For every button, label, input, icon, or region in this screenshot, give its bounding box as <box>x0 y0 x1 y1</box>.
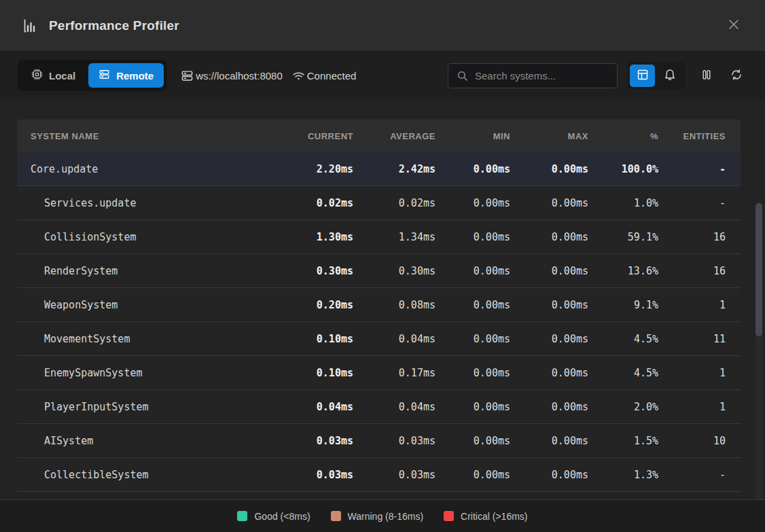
min-cell: 0.00ms <box>435 231 510 243</box>
remote-mode-button[interactable]: Remote <box>88 63 164 88</box>
system-name-cell: CollectibleSystem <box>17 469 277 481</box>
legend-label: Good (<8ms) <box>254 511 310 522</box>
current-cell: 0.10ms <box>277 333 353 345</box>
table-view-button[interactable] <box>630 65 655 87</box>
table-row[interactable]: MovementSystem0.10ms0.04ms0.00ms0.00ms4.… <box>17 322 741 356</box>
entities-cell: 1 <box>658 299 741 311</box>
mode-toggle: Local Remote <box>18 60 167 91</box>
legend-swatch <box>237 511 247 521</box>
current-cell: 2.20ms <box>277 163 353 175</box>
close-icon <box>727 18 741 33</box>
column-header-percent[interactable]: % <box>588 131 658 141</box>
search-input[interactable] <box>475 70 609 82</box>
pct-cell: 4.5% <box>588 333 658 345</box>
pct-cell: 13.6% <box>588 265 658 277</box>
column-header-min[interactable]: MIN <box>435 131 510 141</box>
pause-icon <box>700 69 713 83</box>
scrollbar-thumb[interactable] <box>755 203 762 336</box>
pct-cell: 1.3% <box>588 469 658 481</box>
entities-cell: 16 <box>658 265 741 277</box>
current-cell: 0.30ms <box>277 265 353 277</box>
average-cell: 1.34ms <box>353 231 435 243</box>
table-row[interactable]: RenderSystem0.30ms0.30ms0.00ms0.00ms13.6… <box>17 254 741 288</box>
table-row[interactable]: CollisionSystem1.30ms1.34ms0.00ms0.00ms5… <box>17 220 741 254</box>
legend-label: Warning (8-16ms) <box>348 511 424 522</box>
system-name-cell: PlayerInputSystem <box>17 401 277 413</box>
min-cell: 0.00ms <box>435 401 510 413</box>
remote-mode-label: Remote <box>116 70 154 82</box>
max-cell: 0.00ms <box>510 401 588 413</box>
max-cell: 0.00ms <box>510 367 588 379</box>
legend-label: Critical (>16ms) <box>461 511 527 522</box>
local-mode-button[interactable]: Local <box>21 63 86 88</box>
pct-cell: 2.0% <box>588 401 658 413</box>
table-row[interactable]: EnemySpawnSystem0.10ms0.17ms0.00ms0.00ms… <box>17 356 741 390</box>
bell-icon <box>664 69 676 83</box>
view-button-group <box>627 62 685 90</box>
connection-url: ws://localhost:8080 <box>181 69 283 82</box>
alerts-button[interactable] <box>657 65 682 87</box>
pct-cell: 1.0% <box>588 197 658 209</box>
connection-url-text: ws://localhost:8080 <box>196 70 283 82</box>
scrollbar-track[interactable] <box>755 202 762 532</box>
page-title: Performance Profiler <box>49 18 179 33</box>
max-cell: 0.00ms <box>510 265 588 277</box>
average-cell: 0.03ms <box>353 469 435 481</box>
system-name-cell: AISystem <box>17 435 277 447</box>
search-box <box>448 63 618 88</box>
column-header-system-name[interactable]: SYSTEM NAME <box>17 131 277 141</box>
legend-item-warning: Warning (8-16ms) <box>331 511 424 522</box>
system-name-cell: CollisionSystem <box>17 231 277 243</box>
refresh-button[interactable] <box>726 65 747 86</box>
close-button[interactable] <box>723 15 745 37</box>
min-cell: 0.00ms <box>435 333 510 345</box>
system-name-cell: Services.update <box>17 197 277 209</box>
entities-cell: 16 <box>658 231 741 243</box>
average-cell: 0.02ms <box>353 197 435 209</box>
min-cell: 0.00ms <box>435 299 510 311</box>
average-cell: 0.17ms <box>353 367 435 379</box>
column-header-entities[interactable]: ENTITIES <box>658 131 741 141</box>
profiler-content: SYSTEM NAME CURRENT AVERAGE MIN MAX % EN… <box>0 100 765 499</box>
table-row[interactable]: Core.update2.20ms2.42ms0.00ms0.00ms100.0… <box>17 152 741 186</box>
min-cell: 0.00ms <box>435 197 510 209</box>
legend-swatch <box>444 511 454 521</box>
current-cell: 0.02ms <box>277 197 353 209</box>
pause-button[interactable] <box>696 65 717 86</box>
max-cell: 0.00ms <box>510 299 588 311</box>
pct-cell: 4.5% <box>588 367 658 379</box>
system-name-cell: WeaponSystem <box>17 299 277 311</box>
average-cell: 0.04ms <box>353 401 435 413</box>
average-cell: 2.42ms <box>353 163 435 175</box>
entities-cell: - <box>658 469 741 481</box>
table-row[interactable]: AISystem0.03ms0.03ms0.00ms0.00ms1.5%10 <box>17 424 741 458</box>
pct-cell: 59.1% <box>588 231 658 243</box>
max-cell: 0.00ms <box>510 163 588 175</box>
table-row[interactable]: CollectibleSystem0.03ms0.03ms0.00ms0.00m… <box>17 458 741 492</box>
column-header-average[interactable]: AVERAGE <box>353 131 435 141</box>
search-icon <box>457 70 468 82</box>
column-header-max[interactable]: MAX <box>510 131 588 141</box>
min-cell: 0.00ms <box>435 435 510 447</box>
pct-cell: 9.1% <box>588 299 658 311</box>
max-cell: 0.00ms <box>510 469 588 481</box>
table-row[interactable]: PlayerInputSystem0.04ms0.04ms0.00ms0.00m… <box>17 390 741 424</box>
cpu-chip-icon <box>31 69 43 82</box>
entities-cell: 11 <box>658 333 741 345</box>
table-row[interactable]: WeaponSystem0.20ms0.08ms0.00ms0.00ms9.1%… <box>17 288 741 322</box>
table-view-icon <box>637 69 649 83</box>
table-row[interactable]: Services.update0.02ms0.02ms0.00ms0.00ms1… <box>17 186 741 220</box>
local-mode-label: Local <box>49 70 75 82</box>
current-cell: 0.04ms <box>277 401 353 413</box>
current-cell: 0.10ms <box>277 367 353 379</box>
connection-status-text: Connected <box>307 70 357 82</box>
systems-table: SYSTEM NAME CURRENT AVERAGE MIN MAX % EN… <box>17 120 741 492</box>
table-body: Core.update2.20ms2.42ms0.00ms0.00ms100.0… <box>17 152 741 492</box>
current-cell: 0.20ms <box>277 299 353 311</box>
column-header-current[interactable]: CURRENT <box>277 131 353 141</box>
pct-cell: 100.0% <box>588 163 658 175</box>
current-cell: 0.03ms <box>277 435 353 447</box>
system-name-cell: Core.update <box>17 163 277 175</box>
system-name-cell: MovementSystem <box>17 333 277 345</box>
connection-status: Connected <box>292 69 357 82</box>
